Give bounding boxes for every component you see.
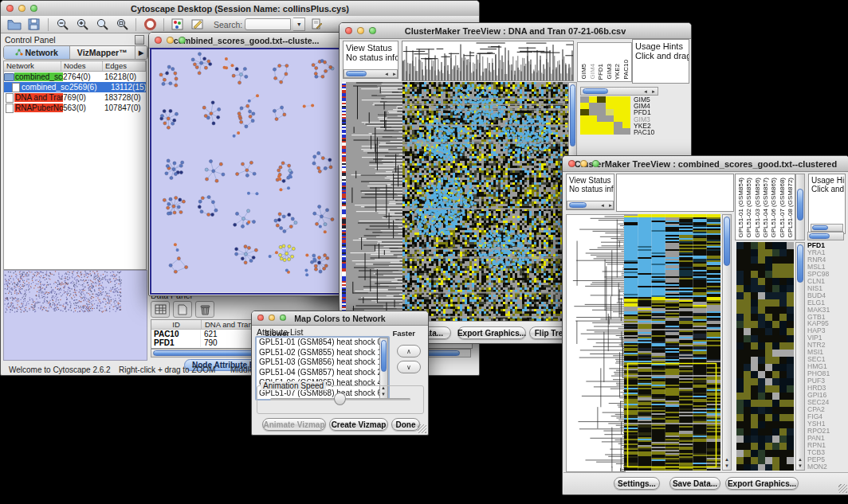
attribute-batch-icon[interactable] — [308, 18, 325, 32]
tv1-mini-hscrollbar[interactable]: ◄► — [580, 87, 658, 96]
heatmap-cell[interactable] — [580, 109, 589, 115]
tv2-heatmap-vscrollbar[interactable]: ▲▼ — [722, 214, 732, 471]
gene-list-item[interactable]: MON2 — [807, 463, 846, 471]
resize-grip[interactable] — [838, 484, 847, 493]
window-controls[interactable] — [6, 5, 37, 12]
heatmap-cell[interactable] — [614, 122, 622, 128]
heatmap-cell[interactable] — [622, 122, 631, 128]
scroll-thumb[interactable] — [569, 202, 587, 208]
network-graph-view[interactable] — [151, 49, 341, 292]
heatmap-cell[interactable] — [580, 103, 589, 109]
tv1-cluster-mini-heatmap[interactable] — [580, 96, 630, 135]
search-dropdown-icon[interactable]: ▼ — [293, 18, 305, 31]
minimize-icon[interactable] — [269, 315, 275, 321]
main-titlebar[interactable]: Cytoscape Desktop (Session Name: collins… — [1, 1, 479, 17]
zoom-selected-icon[interactable] — [93, 18, 111, 32]
heatmap-cell[interactable] — [614, 96, 622, 103]
tv2-button-save-data-[interactable]: Save Data... — [669, 477, 720, 490]
heatmap-cell[interactable] — [614, 103, 622, 109]
dialog-titlebar[interactable]: Map Colors to Network — [252, 311, 428, 326]
zoom-window-icon[interactable] — [179, 37, 186, 44]
scroll-thumb[interactable] — [570, 84, 575, 147]
col-edges[interactable]: Edges — [103, 61, 146, 71]
tv2-gene-hscrollbar[interactable] — [807, 232, 844, 240]
heatmap-cell[interactable] — [580, 128, 589, 135]
network-table-row[interactable]: RNAPuberNov2+563(0)107847(0) — [4, 103, 146, 113]
tv1-heatmap[interactable] — [402, 82, 568, 321]
heatmap-cell[interactable] — [622, 103, 631, 109]
heatmap-cell[interactable] — [614, 109, 622, 115]
treeview1-titlebar[interactable]: ClusterMaker TreeView : DNA and Tran 07-… — [340, 23, 691, 39]
tv1-status-hscrollbar[interactable]: ◄► — [344, 69, 398, 78]
window-controls[interactable] — [568, 160, 599, 167]
heatmap-cell[interactable] — [622, 96, 631, 103]
tab-network[interactable]: Network — [4, 46, 70, 59]
attribute-list-item[interactable]: GPL51-04 (GSM857) heat shock 20 min — [257, 368, 388, 378]
heatmap-cell[interactable] — [606, 103, 614, 109]
tv1-row-label[interactable]: PAC10 — [634, 129, 654, 135]
minimize-icon[interactable] — [580, 160, 587, 167]
move-down-button[interactable]: ∨ — [397, 361, 421, 373]
col-nodes[interactable]: Nodes — [61, 61, 103, 71]
tv2-column-label[interactable]: GPL51-06 (GSM865) — [770, 178, 777, 238]
treeview2-titlebar[interactable]: ClusterMaker TreeView : combined_scores_… — [563, 156, 848, 172]
heatmap-cell[interactable] — [589, 103, 598, 109]
scroll-thumb[interactable] — [797, 189, 803, 221]
tv2-button-settings-[interactable]: Settings... — [614, 477, 660, 490]
dialog-button-create-vizmap[interactable]: Create Vizmap — [329, 418, 388, 431]
dialog-button-animate-vizmap[interactable]: Animate Vizmap — [262, 418, 326, 431]
tv2-zoom-vscrollbar[interactable]: ▲▼ — [795, 242, 805, 471]
col-id[interactable]: ID — [151, 320, 202, 329]
tv1-row-dendrogram[interactable] — [346, 82, 402, 321]
move-up-button[interactable]: ∧ — [397, 345, 421, 357]
dialog-button-done[interactable]: Done — [391, 418, 420, 431]
zoom-window-icon[interactable] — [30, 5, 37, 12]
network-table-row[interactable]: combined_sco2569(6)13112(15) — [4, 82, 146, 92]
scroll-thumb[interactable] — [381, 340, 387, 372]
tv2-status-hscrollbar[interactable]: ◄► — [567, 201, 614, 209]
heatmap-cell[interactable] — [597, 109, 606, 115]
heatmap-cell[interactable] — [589, 109, 598, 115]
window-controls[interactable] — [345, 27, 376, 34]
heatmap-cell[interactable] — [622, 128, 631, 135]
tv2-labels-vscrollbar[interactable] — [795, 174, 805, 240]
heatmap-cell[interactable] — [589, 115, 598, 122]
tv2-button-export-graphics-[interactable]: Export Graphics... — [725, 477, 799, 490]
new-attribute-icon[interactable] — [173, 301, 192, 318]
window-controls[interactable] — [155, 37, 186, 44]
heatmap-cell[interactable] — [589, 128, 598, 135]
search-input[interactable] — [245, 18, 291, 30]
tv2-column-label[interactable]: GPL51-07 (GSM868) — [779, 178, 786, 238]
scroll-thumb[interactable] — [812, 225, 828, 230]
heatmap-cell[interactable] — [597, 96, 606, 103]
heatmap-cell[interactable] — [597, 122, 606, 128]
zoom-fit-icon[interactable] — [113, 18, 131, 32]
scroll-thumb[interactable] — [724, 217, 730, 266]
scroll-thumb[interactable] — [346, 71, 367, 76]
heatmap-cell[interactable] — [589, 96, 598, 103]
tv2-column-label[interactable]: GPL51-03 (GSM856) — [754, 178, 761, 238]
annotation-icon[interactable] — [189, 18, 206, 32]
scroll-thumb[interactable] — [797, 244, 803, 283]
attribute-list-item[interactable]: GPL51-01 (GSM854) heat shock 05 min — [257, 338, 388, 348]
attribute-list-item[interactable]: GPL51-03 (GSM856) heat shock 15 min — [257, 357, 388, 368]
heatmap-cell[interactable] — [606, 96, 614, 103]
tv1-column-label[interactable]: PAC10 — [622, 60, 630, 80]
col-network[interactable]: Network — [4, 61, 61, 71]
tv2-zoom-heatmap[interactable] — [736, 242, 794, 471]
heatmap-cell[interactable] — [614, 128, 622, 135]
zoom-in-icon[interactable] — [73, 18, 91, 32]
window-controls[interactable] — [257, 315, 286, 321]
heatmap-cell[interactable] — [614, 115, 622, 122]
tv2-hints-hscrollbar[interactable] — [811, 224, 843, 232]
speed-slider-thumb[interactable] — [334, 393, 346, 405]
tv2-column-dendrogram-panel[interactable] — [616, 174, 734, 212]
minimize-icon[interactable] — [167, 37, 174, 44]
tv1-column-dendrogram[interactable] — [402, 41, 574, 81]
vizmapper-icon[interactable] — [169, 18, 186, 32]
tv2-row-dendrogram[interactable] — [566, 214, 626, 472]
resize-grip[interactable] — [418, 424, 426, 433]
close-icon[interactable] — [6, 5, 14, 12]
tv1-column-label[interactable]: GIM5 — [580, 64, 587, 80]
open-file-icon[interactable] — [6, 18, 23, 32]
